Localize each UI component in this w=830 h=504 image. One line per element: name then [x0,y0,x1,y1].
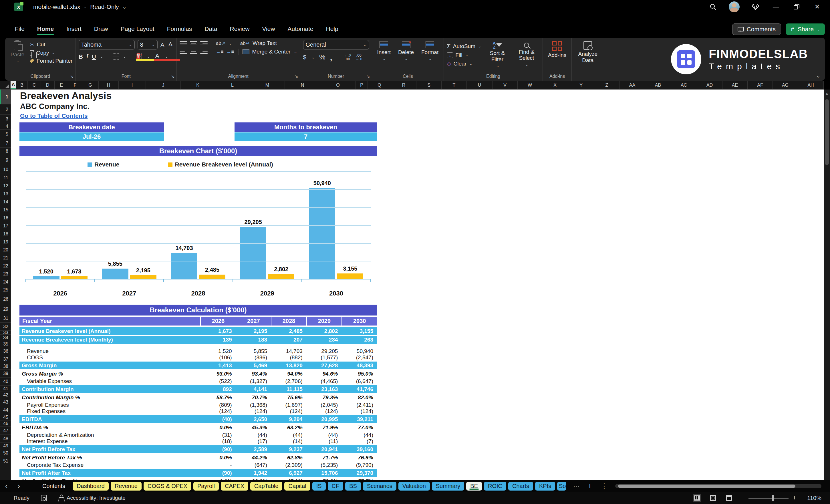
orientation-button[interactable]: ab↗ [216,40,225,46]
row-value[interactable]: 62.8% [271,454,306,461]
column-header[interactable]: H [99,81,119,89]
column-header[interactable]: E [55,81,68,89]
row-value[interactable]: 63.2% [271,424,306,431]
column-header[interactable]: AH [798,81,824,89]
row-value[interactable]: (2,045) [306,402,342,408]
column-header[interactable]: T [442,81,467,89]
increase-indent-button[interactable]: →≡ [226,49,234,55]
row-value[interactable]: 11,115 [271,385,306,393]
column-header[interactable]: P [356,81,368,89]
row-header[interactable]: 3 [0,115,10,123]
row-header[interactable]: 45 [0,414,10,420]
insert-cells-button[interactable]: Insert⌄ [375,40,393,62]
row-value[interactable]: 39,211 [342,415,377,423]
row-header[interactable]: 5 [0,130,10,139]
column-header[interactable]: G [82,81,99,89]
column-header[interactable]: C [28,81,41,89]
row-header[interactable]: 34 [0,335,10,341]
column-header[interactable]: V [492,81,518,89]
row-value[interactable]: 82.0% [342,394,377,401]
sheet-tab[interactable]: COGS & OPEX [143,482,191,491]
row-header[interactable]: 10 [0,165,10,174]
fiscal-year-cell[interactable]: 2029 [306,317,342,325]
row-value[interactable]: 3,155 [342,327,377,335]
decrease-decimal-button[interactable]: .00→.0 [355,54,362,61]
select-all-corner[interactable] [0,81,10,89]
table-row[interactable]: Variable Expenses (522) (1,327) (2,706) … [20,378,377,384]
row-value[interactable]: 15,706 [306,469,342,477]
row-value[interactable]: 79.3% [306,394,342,401]
row-header[interactable]: 1 [0,90,10,104]
sheet-tab[interactable]: CapTable [250,482,283,491]
row-value[interactable] [236,344,271,348]
row-value[interactable]: (124) [271,408,306,414]
row-header[interactable]: 50 [0,449,10,457]
vertical-scrollbar[interactable]: ▲ [824,90,830,480]
merge-center-button[interactable]: Merge & Center [252,49,291,55]
accessibility-status[interactable]: Accessibility: Investigate [58,495,126,501]
close-button[interactable]: ✕ [812,2,822,12]
row-value[interactable]: 70.7% [236,394,271,401]
row-value[interactable]: 50,940 [342,348,377,354]
restore-button[interactable] [792,2,801,12]
row-value[interactable]: 20,941 [306,445,342,453]
row-value[interactable]: 93.0% [200,370,236,378]
collapse-ribbon-icon[interactable]: ⌄ [816,73,820,79]
normal-view-button[interactable] [693,494,701,502]
sheet-tab[interactable]: Summary [432,482,465,491]
row-header[interactable]: 11 [0,174,10,182]
row-header[interactable]: 33 [0,330,10,335]
row-value[interactable]: (809) [200,402,236,408]
file-name[interactable]: mobile-wallet.xlsx [33,3,81,10]
row-value[interactable]: 27,628 [306,361,342,369]
chart-bar[interactable] [240,227,266,279]
row-value[interactable]: (1,697) [271,402,306,408]
row-header[interactable]: 24 [0,278,10,286]
row-value[interactable]: 29,370 [342,469,377,477]
minimize-button[interactable]: — [771,2,781,12]
delete-cells-button[interactable]: Delete⌄ [396,40,416,62]
zoom-slider[interactable] [748,498,789,499]
row-value[interactable]: (44) [236,432,271,438]
align-center-button[interactable] [190,50,197,54]
table-row[interactable]: COGS (106) (386) (882) (1,577) (2,547) [20,354,377,361]
row-value[interactable]: 39,160 [342,445,377,453]
row-value[interactable]: (124) [306,408,342,414]
row-value[interactable]: 207 [271,336,306,344]
row-header[interactable]: 51 [0,457,10,465]
row-header[interactable]: 39 [0,370,10,378]
format-painter-button[interactable]: Format Painter [30,58,73,64]
row-header[interactable]: 29 [0,304,10,314]
fill-button[interactable]: ↓Fill⌄ [447,52,481,58]
row-header[interactable]: 31 [0,314,10,323]
row-value[interactable]: 1,413 [200,361,236,369]
chart-bar[interactable] [309,188,335,279]
addins-button[interactable]: Add-ins [546,40,569,60]
percent-button[interactable]: % [319,53,325,61]
row-value[interactable]: (1,577) [306,354,342,361]
row-value[interactable]: 93.4% [236,370,271,378]
font-color-button[interactable]: A [154,52,161,61]
table-row[interactable]: Net Profit Before Tax (90) 2,589 9,237 2… [20,445,377,453]
row-value[interactable]: (124) [236,408,271,414]
zoom-out-button[interactable]: − [741,494,744,502]
new-sheet-button[interactable]: + [587,481,592,491]
sheet-options-icon[interactable]: ⋮ [601,482,608,490]
ribbon-tab[interactable]: Review [229,24,250,35]
row-header[interactable]: 17 [0,222,10,230]
table-row[interactable]: EBITDA (40) 2,650 9,294 20,995 39,211 [20,415,377,423]
row-value[interactable]: 2,195 [236,327,271,335]
column-header[interactable]: AD [697,81,723,89]
row-header[interactable]: 49 [0,443,10,449]
sheet-tab[interactable]: KPIs [535,482,555,491]
column-header[interactable]: N [285,81,320,89]
row-value[interactable] [306,344,342,348]
sheet-tab[interactable]: Charts [508,482,533,491]
ribbon-tab[interactable]: Automate [287,24,314,35]
row-header[interactable]: 46 [0,420,10,427]
column-header[interactable]: AG [773,81,798,89]
increase-font-button[interactable]: Aˆ [160,41,166,48]
ribbon-tab[interactable]: Draw [94,24,109,35]
row-value[interactable]: 4,141 [236,385,271,393]
row-header[interactable]: 25 [0,286,10,294]
